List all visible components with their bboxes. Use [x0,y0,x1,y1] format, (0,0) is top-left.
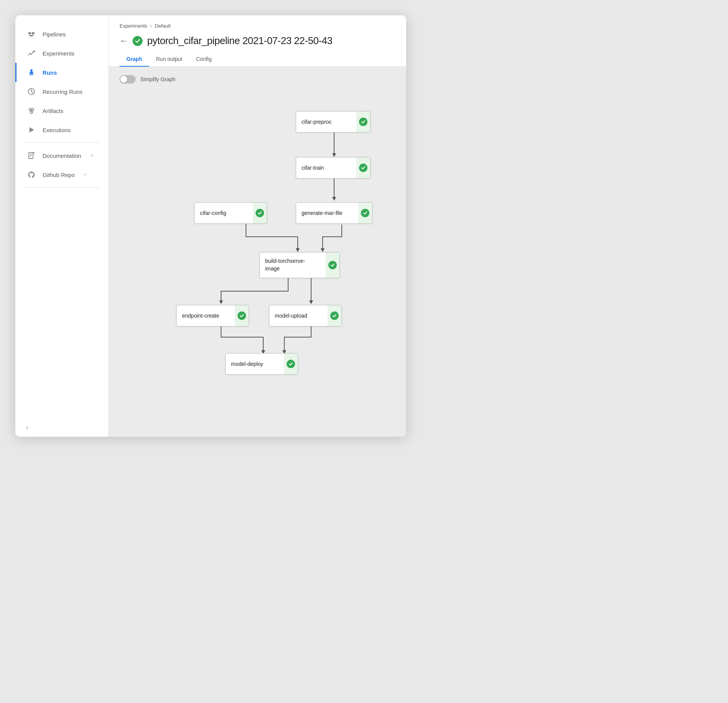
node-endpoint-create-check [235,305,249,326]
external-link-icon-github: ↗ [83,172,87,177]
sidebar-item-runs[interactable]: Runs [15,63,108,82]
experiment-icon [27,49,36,57]
github-icon [27,170,36,179]
node-cifar-preproc-check [356,111,370,132]
svg-rect-1 [32,32,34,34]
page-header: ← pytorch_cifar_pipeline 2021-07-23 22-5… [109,31,406,51]
sidebar-item-recurring-runs[interactable]: Recurring Runs [15,82,108,101]
svg-marker-22 [309,300,313,304]
run-icon [27,68,36,77]
svg-rect-0 [28,32,31,34]
sidebar-item-documentation[interactable]: Documentation ↗ [15,146,108,165]
node-endpoint-create[interactable]: endpoint-create [176,305,249,326]
node-cifar-train[interactable]: cifar-train [296,157,371,179]
breadcrumb: Experiments > Default [109,15,406,31]
tab-config[interactable]: Config [189,52,218,67]
sidebar-label-pipelines: Pipelines [43,31,66,38]
toggle-knob [120,76,127,83]
svg-marker-23 [219,300,223,304]
sidebar-label-recurring-runs: Recurring Runs [43,88,82,95]
sidebar-item-experiments[interactable]: Experiments [15,44,108,63]
svg-point-5 [30,69,33,72]
sidebar-label-artifacts: Artifacts [43,108,63,114]
divider-bottom [25,187,99,188]
status-indicator [133,36,143,46]
breadcrumb-current[interactable]: Default [155,23,171,29]
node-model-upload-label: model-upload [269,305,328,326]
collapse-button[interactable]: ‹ [15,418,108,437]
svg-marker-16 [332,153,336,157]
clock-icon [27,87,36,96]
node-build-torchserve-image-check [326,252,339,278]
node-generate-mar-file-check [358,203,372,223]
sidebar-label-experiments: Experiments [43,50,74,57]
divider-top [25,143,99,143]
sidebar-item-executions[interactable]: Executions [15,120,108,139]
sidebar-label-runs: Runs [43,69,57,76]
tab-run-output[interactable]: Run output [149,52,189,67]
node-cifar-preproc-label: cifar-preproc [296,111,356,132]
node-model-deploy[interactable]: model-deploy [225,353,298,375]
simplify-label: Simplify Graph [140,76,175,82]
node-build-torchserve-image-label: build-torchserve-image [260,252,326,278]
pipeline-icon [27,30,36,38]
sidebar-item-artifacts[interactable]: Artifacts [15,101,108,120]
sidebar-label-executions: Executions [43,127,71,133]
svg-marker-10 [30,127,34,133]
simplify-bar: Simplify Graph [120,75,395,84]
graph-area: Simplify Graph [109,67,406,437]
pipeline-graph: cifar-preproc cifar-train generate-mar-f… [120,96,395,428]
tabs-bar: Graph Run output Config [109,52,406,67]
svg-point-8 [31,108,34,111]
svg-rect-11 [29,152,33,159]
back-button[interactable]: ← [120,36,128,46]
svg-rect-2 [30,35,33,36]
simplify-toggle[interactable] [120,75,136,84]
sidebar: Pipelines Experiments Runs [15,15,109,437]
app-window: Pipelines Experiments Runs [15,15,406,437]
node-cifar-config[interactable]: cifar-config [194,202,267,224]
external-link-icon-doc: ↗ [90,153,93,158]
node-cifar-train-label: cifar-train [296,157,356,178]
node-build-torchserve-image[interactable]: build-torchserve-image [259,252,340,278]
node-cifar-preproc[interactable]: cifar-preproc [296,111,371,133]
node-cifar-config-label: cifar-config [195,203,253,223]
sidebar-item-github[interactable]: Github Repo ↗ [15,165,108,184]
main-content: Experiments > Default ← pytorch_cifar_pi… [109,15,406,437]
node-generate-mar-file[interactable]: generate-mar-file [296,202,372,224]
breadcrumb-parent[interactable]: Experiments [120,23,147,29]
page-title: pytorch_cifar_pipeline 2021-07-23 22-50-… [147,35,332,47]
node-model-upload-check [328,305,341,326]
sidebar-item-pipelines[interactable]: Pipelines [15,25,108,44]
doc-icon [27,151,36,160]
node-model-deploy-label: model-deploy [226,354,284,374]
svg-marker-18 [332,197,336,201]
sidebar-label-github: Github Repo [43,172,75,178]
node-generate-mar-file-label: generate-mar-file [296,203,358,223]
sidebar-label-documentation: Documentation [43,152,81,159]
tab-graph[interactable]: Graph [120,52,149,67]
node-model-deploy-check [284,354,298,374]
play-icon [27,126,36,134]
node-cifar-config-check [253,203,267,223]
node-endpoint-create-label: endpoint-create [177,305,235,326]
breadcrumb-sep: > [149,23,152,29]
artifact-icon [27,107,36,115]
node-cifar-train-check [356,157,370,178]
svg-marker-20 [296,248,300,252]
svg-point-9 [30,111,33,113]
svg-marker-19 [321,248,325,252]
node-model-upload[interactable]: model-upload [269,305,342,326]
